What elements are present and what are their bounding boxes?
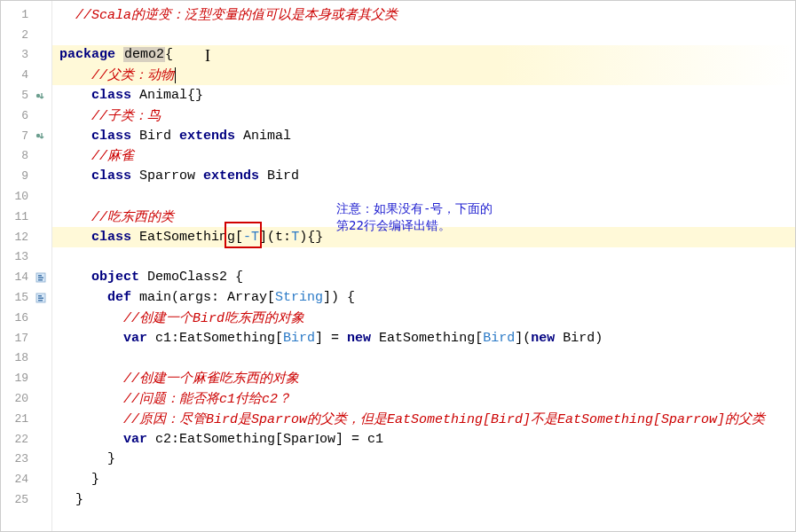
svg-rect-3 [38, 275, 42, 277]
code-line[interactable]: var c1:EatSomething[Bird] = new EatSomet… [52, 328, 795, 348]
line-number: 15 [4, 291, 32, 304]
text-caret-icon [175, 67, 176, 83]
line-number: 9 [4, 169, 32, 183]
line-number: 24 [4, 473, 32, 486]
line-number: 6 [4, 109, 32, 122]
implements-marker-icon[interactable] [32, 130, 50, 141]
line-number: 21 [4, 412, 32, 426]
code-line[interactable]: class Bird extends Animal [52, 126, 795, 146]
line-number: 22 [4, 433, 32, 446]
line-number: 19 [4, 372, 32, 385]
svg-point-0 [36, 93, 40, 97]
line-number: 5 [4, 89, 32, 102]
line-number: 12 [4, 231, 32, 244]
comment-text: //子类：鸟 [91, 107, 161, 124]
code-line[interactable]: //创建一个Bird吃东西的对象 [52, 308, 795, 328]
line-number: 1 [4, 8, 32, 21]
line-number: 13 [4, 250, 32, 263]
code-line[interactable]: def main(args: Array[String]) { [52, 287, 795, 308]
code-line[interactable]: //子类：鸟 [52, 106, 795, 126]
line-number: 4 [4, 68, 32, 82]
code-line[interactable]: //父类：动物 [52, 65, 795, 85]
keyword: class [91, 168, 131, 184]
type-reference: Bird [283, 331, 315, 346]
code-line[interactable]: //Scala的逆变：泛型变量的值可以是本身或者其父类 [52, 4, 795, 25]
comment-text: //原因：尽管Bird是Sparrow的父类，但是EatSomething[Bi… [123, 411, 765, 427]
comment-text: //创建一个麻雀吃东西的对象 [123, 370, 299, 387]
annotation-callout: 注意：如果没有-号，下面的第22行会编译出错。 [336, 200, 496, 234]
comment-text: //麻雀 [91, 147, 134, 164]
line-number: 10 [4, 190, 32, 203]
type-reference: T [291, 230, 299, 245]
keyword: new [347, 331, 371, 346]
code-editor: 1 2 3 4 5 6 7 8 9 10 11 12 13 14 15 16 1… [0, 0, 796, 532]
line-number: 17 [4, 332, 32, 345]
svg-rect-8 [38, 297, 43, 299]
keyword: var [123, 331, 147, 346]
line-number: 8 [4, 149, 32, 162]
code-line[interactable]: //问题：能否将c1付给c2？ [52, 388, 795, 409]
keyword: extends [203, 168, 259, 184]
code-line[interactable] [52, 348, 795, 369]
svg-point-1 [36, 134, 40, 137]
keyword: class [91, 129, 131, 144]
svg-rect-5 [38, 279, 43, 281]
gutter: 1 2 3 4 5 6 7 8 9 10 11 12 13 14 15 16 1… [1, 1, 52, 531]
code-line[interactable] [52, 25, 795, 45]
line-number: 20 [4, 392, 32, 405]
comment-text: //父类：动物 [91, 66, 174, 83]
line-number: 7 [4, 129, 32, 143]
line-number: 18 [4, 351, 32, 364]
comment-text: //创建一个Bird吃东西的对象 [123, 309, 304, 326]
code-line[interactable]: } [52, 450, 795, 470]
fold-marker-icon[interactable] [32, 272, 50, 283]
keyword: extends [179, 129, 235, 144]
code-line[interactable]: class Sparrow extends Bird [52, 166, 795, 186]
line-number: 25 [4, 493, 32, 506]
code-area[interactable]: //Scala的逆变：泛型变量的值可以是本身或者其父类 package demo… [52, 1, 795, 531]
type-parameter: -T [243, 230, 259, 245]
comment-text: //Scala的逆变：泛型变量的值可以是本身或者其父类 [75, 6, 398, 23]
code-line[interactable]: class Animal{} [52, 85, 795, 106]
code-line[interactable]: //原因：尽管Bird是Sparrow的父类，但是EatSomething[Bi… [52, 409, 795, 429]
fold-marker-icon[interactable] [32, 293, 50, 303]
comment-text: //问题：能否将c1付给c2？ [123, 390, 291, 407]
implements-marker-icon[interactable] [32, 90, 50, 101]
svg-rect-9 [38, 300, 43, 301]
code-line[interactable] [52, 247, 795, 268]
code-line[interactable]: object DemoClass2 { [52, 267, 795, 287]
line-number: 3 [4, 48, 32, 61]
line-number: 11 [4, 210, 32, 223]
code-line[interactable]: //创建一个麻雀吃东西的对象 [52, 368, 795, 388]
text-cursor-ibeam-icon: I [205, 47, 210, 66]
code-line[interactable]: package demo2{ I [52, 45, 795, 66]
line-number: 16 [4, 311, 32, 325]
identifier-highlight: demo2 [123, 47, 165, 62]
keyword: new [531, 331, 555, 346]
svg-rect-4 [38, 277, 43, 278]
keyword: package [59, 47, 115, 62]
type-reference: String [275, 290, 323, 305]
code-line[interactable]: } [52, 489, 795, 510]
code-line[interactable]: //麻雀 [52, 146, 795, 167]
line-number: 14 [4, 270, 32, 284]
keyword: object [91, 270, 139, 285]
line-number: 23 [4, 452, 32, 466]
svg-rect-7 [38, 295, 42, 297]
keyword: var [123, 432, 147, 447]
comment-text: //吃东西的类 [91, 208, 174, 225]
code-line[interactable]: } [52, 469, 795, 489]
keyword: def [107, 290, 131, 305]
line-number: 2 [4, 28, 32, 42]
keyword: class [91, 230, 131, 245]
keyword: class [91, 88, 131, 103]
code-line[interactable]: var c2:EatSomething[SparIow] = c1 [52, 429, 795, 450]
type-reference: Bird [483, 331, 515, 346]
